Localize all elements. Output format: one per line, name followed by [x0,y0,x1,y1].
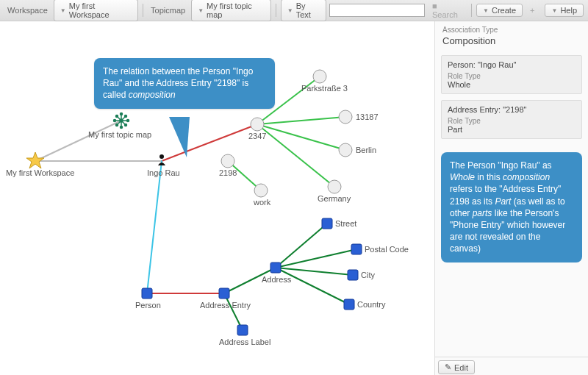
svg-point-23 [127,120,129,122]
player2-role-value: Part [448,125,576,134]
create-label: Create [492,6,516,15]
node-13187[interactable]: 13187 [356,113,379,121]
node-address-type[interactable]: Address [262,275,291,284]
svg-line-14 [276,249,356,268]
chevron-down-icon: ▼ [198,7,204,14]
svg-point-34 [313,70,326,83]
svg-point-32 [221,154,234,168]
sidebar-callout: The Person "Ingo Rau" as Whole in this c… [441,152,582,262]
create-dropdown[interactable]: ▼Create [476,4,523,17]
player2-header: Address Entry: "2198" [448,105,576,114]
svg-rect-41 [270,262,281,273]
svg-rect-42 [237,325,248,335]
node-addresslabel-type[interactable]: Address Label [219,338,270,346]
player1-header: Person: "Ingo Rau" [448,60,576,69]
workspace-value: My first Workspace [69,1,132,19]
player1-role-label: Role Type [448,72,576,80]
workspace-dropdown[interactable]: ▼My first Workspace [54,0,138,21]
separator [143,4,143,17]
toolbar: Workspace ▼My first Workspace Topicmap ▼… [0,0,588,21]
chevron-down-icon: ▼ [483,7,489,14]
svg-line-13 [276,224,327,268]
node-postal-type[interactable]: Postal Code [365,245,409,254]
searchmode-value: By Text [296,1,320,19]
node-work[interactable]: work [254,198,270,207]
svg-marker-17 [26,152,44,168]
assoc-type-title: Composition [435,35,588,52]
chevron-down-icon: ▼ [60,7,66,14]
topicmap-value: My first topic map [207,1,265,19]
player2-panel: Address Entry: "2198" Role Type Part [441,100,582,139]
node-street-type[interactable]: Street [335,219,356,228]
svg-point-35 [339,110,352,124]
svg-rect-45 [348,270,358,280]
node-2347[interactable]: 2347 [248,132,266,140]
svg-point-26 [121,113,123,115]
searchmode-dropdown[interactable]: ▼By Text [281,0,326,21]
node-country-type[interactable]: Country [357,300,386,309]
svg-rect-46 [344,299,354,310]
svg-point-29 [125,115,127,118]
help-label: Help [560,6,577,15]
svg-point-38 [254,184,268,197]
svg-rect-39 [142,288,152,299]
svg-rect-43 [322,218,332,229]
assoc-type-label: Association Type [435,21,588,35]
node-ingo[interactable]: Ingo Rau [147,168,180,177]
callout-tail-icon [169,117,198,161]
player1-role-value: Whole [448,80,576,89]
node-addressentry-type[interactable]: Address Entry [200,301,251,310]
chevron-down-icon: ▼ [287,7,293,14]
search-input[interactable] [329,4,425,17]
help-dropdown[interactable]: ▼Help [545,4,584,17]
svg-point-37 [328,180,341,193]
svg-rect-40 [219,288,229,299]
player1-panel: Person: "Ingo Rau" Role Type Whole [441,55,582,94]
node-workspace[interactable]: My first Workspace [6,168,74,177]
edit-bar: ✎ Edit [435,357,588,375]
workspace-label: Workspace [4,6,51,15]
svg-point-30 [116,124,118,126]
svg-line-8 [257,124,345,150]
chevron-down-icon: ▼ [551,7,557,14]
svg-line-9 [257,124,334,187]
topicmap-label: Topicmap [148,6,188,15]
edit-button[interactable]: ✎ Edit [438,360,475,374]
plus-button[interactable]: + [526,6,539,15]
node-parkstrasse[interactable]: Parkstraße 3 [301,84,348,93]
svg-line-0 [35,121,121,161]
topicmap-dropdown[interactable]: ▼My first topic map [191,0,271,21]
svg-point-28 [116,115,118,118]
node-topicmap[interactable]: My first topic map [88,130,151,139]
svg-point-36 [339,143,352,157]
svg-point-25 [121,126,123,129]
svg-point-27 [125,124,127,126]
node-berlin[interactable]: Berlin [356,146,376,154]
svg-point-31 [159,154,164,159]
node-person-type[interactable]: Person [135,301,161,310]
player2-role-label: Role Type [448,117,576,125]
detail-panel: Association Type Composition Person: "In… [434,21,588,375]
svg-line-7 [257,117,345,124]
separator [471,4,472,17]
svg-rect-44 [351,244,362,254]
svg-point-22 [120,119,123,122]
svg-marker-47 [169,117,190,157]
separator [276,4,276,17]
topicmap-canvas[interactable]: My first Workspace My first topic map In… [0,21,434,375]
svg-line-4 [147,161,162,293]
node-city-type[interactable]: City [361,271,375,279]
svg-point-33 [251,118,264,131]
node-2198[interactable]: 2198 [219,168,237,177]
svg-point-24 [114,120,116,122]
canvas-callout: The relation between the Person "Ingo Ra… [94,58,275,109]
search-button[interactable]: ■ Search [428,1,467,19]
node-germany[interactable]: Germany [318,194,351,203]
